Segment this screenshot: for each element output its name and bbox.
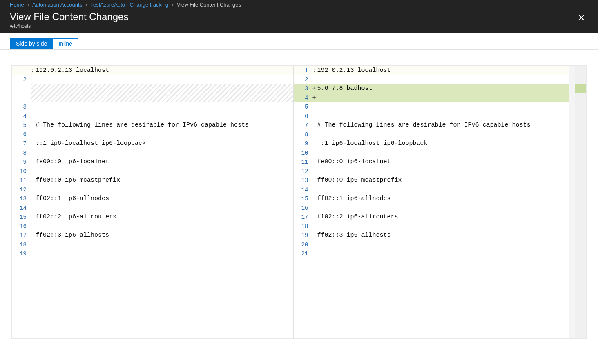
- code-line[interactable]: 4+: [294, 93, 575, 103]
- line-content: [317, 149, 575, 158]
- title-bar: View File Content Changes /etc/hosts ✕: [0, 9, 598, 33]
- code-line[interactable]: 7 ::1 ip6-localhost ip6-loopback: [12, 139, 293, 149]
- code-line[interactable]: 5 # The following lines are desirable fo…: [12, 121, 293, 130]
- diff-pane-original[interactable]: 1:192.0.2.13 localhost2 3 4 5 # The foll…: [12, 66, 294, 338]
- line-content: 192.0.2.13 localhost: [317, 66, 575, 75]
- code-line[interactable]: 10: [294, 149, 575, 158]
- tab-inline[interactable]: Inline: [53, 39, 78, 49]
- diff-marker: [31, 102, 36, 112]
- line-number: 11: [294, 158, 312, 167]
- code-line[interactable]: 16: [12, 222, 293, 231]
- code-line[interactable]: 8: [294, 130, 575, 140]
- diff-marker: +: [312, 84, 317, 93]
- code-line[interactable]: 6: [12, 130, 293, 140]
- code-line[interactable]: 8: [12, 149, 293, 158]
- overview-ruler[interactable]: [575, 66, 586, 338]
- line-number: 12: [294, 167, 312, 176]
- chevron-right-icon: ›: [172, 2, 173, 8]
- diff-marker: +: [312, 93, 317, 103]
- code-line[interactable]: 18: [12, 240, 293, 250]
- diff-marker: [31, 121, 36, 130]
- code-line[interactable]: 18: [294, 222, 575, 231]
- code-line[interactable]: 7 # The following lines are desirable fo…: [294, 121, 575, 130]
- code-line[interactable]: 14: [12, 204, 293, 213]
- code-line[interactable]: 9 ::1 ip6-localhost ip6-loopback: [294, 139, 575, 149]
- code-line[interactable]: 1:192.0.2.13 localhost: [294, 66, 575, 75]
- line-number: 12: [12, 185, 31, 195]
- code-line[interactable]: 11 fe00::0 ip6-localnet: [294, 158, 575, 167]
- code-line[interactable]: 13 ff02::1 ip6-allnodes: [12, 194, 293, 204]
- code-line[interactable]: 13 ff00::0 ip6-mcastprefix: [294, 176, 575, 185]
- line-content: [36, 112, 293, 121]
- code-line[interactable]: 5: [294, 102, 575, 112]
- tab-side-by-side[interactable]: Side by side: [10, 39, 53, 49]
- breadcrumb-resource[interactable]: TestAzureAuto - Change tracking: [91, 2, 169, 8]
- code-line[interactable]: 12: [294, 167, 575, 176]
- line-content: [317, 75, 575, 84]
- code-line[interactable]: 11 ff00::0 ip6-mcastprefix: [12, 176, 293, 185]
- diff-marker: [31, 204, 36, 213]
- line-content: [36, 167, 293, 176]
- diff-marker: [312, 121, 317, 130]
- diff-marker: [31, 240, 36, 250]
- code-line[interactable]: 2: [12, 75, 293, 84]
- code-line[interactable]: 19: [12, 249, 293, 259]
- diff-pane-modified[interactable]: 1:192.0.2.13 localhost2 3+5.6.7.8 badhos…: [294, 66, 575, 338]
- code-line[interactable]: 12: [12, 185, 293, 195]
- diff-marker: [31, 139, 36, 149]
- content-area: Side by side Inline 1:192.0.2.13 localho…: [0, 49, 598, 339]
- line-number: 18: [12, 240, 31, 250]
- line-content: [36, 240, 293, 250]
- diff-marker: [31, 176, 36, 185]
- code-line[interactable]: 15 ff02::2 ip6-allrouters: [12, 213, 293, 222]
- line-content: 5.6.7.8 badhost: [317, 84, 575, 93]
- diff-marker: [31, 149, 36, 158]
- line-content: [36, 102, 293, 112]
- line-number: 15: [294, 194, 312, 204]
- code-line[interactable]: 21: [294, 249, 575, 259]
- breadcrumb: Home › Automation Accounts › TestAzureAu…: [0, 0, 598, 9]
- code-line[interactable]: 3+5.6.7.8 badhost: [294, 84, 575, 93]
- diff-marker: [31, 167, 36, 176]
- close-icon: ✕: [578, 13, 585, 23]
- scrollbar-vertical[interactable]: [569, 66, 575, 338]
- code-line[interactable]: [12, 93, 293, 103]
- code-line[interactable]: 19 ff02::3 ip6-allhosts: [294, 231, 575, 240]
- code-line[interactable]: 9 fe00::0 ip6-localnet: [12, 158, 293, 167]
- code-line[interactable]: [12, 84, 293, 93]
- line-number: 4: [12, 112, 31, 121]
- line-content: # The following lines are desirable for …: [317, 121, 575, 130]
- code-line[interactable]: 17 ff02::2 ip6-allrouters: [294, 213, 575, 222]
- diff-marker: [31, 93, 36, 103]
- close-button[interactable]: ✕: [574, 11, 588, 25]
- chevron-right-icon: ›: [27, 2, 29, 8]
- code-line[interactable]: 15 ff02::1 ip6-allnodes: [294, 194, 575, 204]
- code-line[interactable]: 20: [294, 240, 575, 250]
- line-number: 7: [12, 139, 31, 149]
- breadcrumb-home[interactable]: Home: [10, 2, 24, 8]
- diff-marker: [312, 167, 317, 176]
- code-line[interactable]: 3: [12, 102, 293, 112]
- line-number: 6: [294, 112, 312, 121]
- code-line[interactable]: 10: [12, 167, 293, 176]
- line-content: [317, 249, 575, 259]
- diff-marker: [312, 130, 317, 140]
- line-number: 4: [294, 93, 312, 103]
- code-line[interactable]: 14: [294, 185, 575, 195]
- line-content: [317, 93, 575, 103]
- line-content: [36, 93, 293, 103]
- diff-marker: [31, 194, 36, 204]
- code-line[interactable]: 2: [294, 75, 575, 84]
- breadcrumb-automation-accounts[interactable]: Automation Accounts: [32, 2, 82, 8]
- diff-marker: [312, 222, 317, 231]
- line-number: 10: [12, 167, 31, 176]
- code-line[interactable]: 1:192.0.2.13 localhost: [12, 66, 293, 75]
- line-content: ::1 ip6-localhost ip6-loopback: [36, 139, 293, 149]
- code-line[interactable]: 6: [294, 112, 575, 121]
- code-line[interactable]: 16: [294, 204, 575, 213]
- diff-marker: [312, 149, 317, 158]
- overview-mark-added: [575, 84, 586, 93]
- diff-marker: [312, 112, 317, 121]
- code-line[interactable]: 17 ff02::3 ip6-allhosts: [12, 231, 293, 240]
- code-line[interactable]: 4: [12, 112, 293, 121]
